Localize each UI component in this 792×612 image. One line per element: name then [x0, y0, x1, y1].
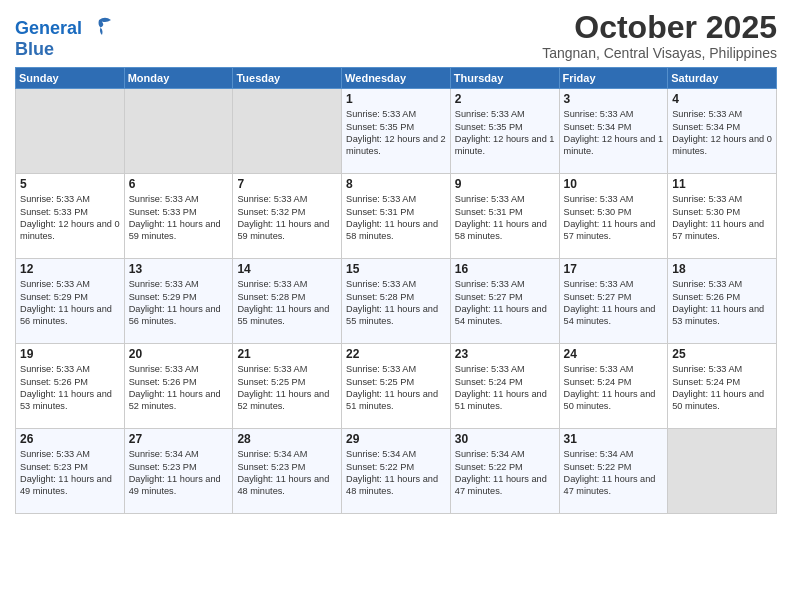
day-info: Sunrise: 5:33 AMSunset: 5:34 PMDaylight:… [564, 108, 664, 158]
day-number: 2 [455, 92, 555, 106]
weekday-header-row: SundayMondayTuesdayWednesdayThursdayFrid… [16, 68, 777, 89]
weekday-header: Monday [124, 68, 233, 89]
day-info: Sunrise: 5:33 AMSunset: 5:24 PMDaylight:… [455, 363, 555, 413]
day-number: 29 [346, 432, 446, 446]
day-info: Sunrise: 5:33 AMSunset: 5:26 PMDaylight:… [672, 278, 772, 328]
calendar-cell: 1Sunrise: 5:33 AMSunset: 5:35 PMDaylight… [342, 89, 451, 174]
day-info: Sunrise: 5:33 AMSunset: 5:26 PMDaylight:… [129, 363, 229, 413]
calendar-cell: 14Sunrise: 5:33 AMSunset: 5:28 PMDayligh… [233, 259, 342, 344]
day-info: Sunrise: 5:33 AMSunset: 5:30 PMDaylight:… [672, 193, 772, 243]
day-number: 5 [20, 177, 120, 191]
calendar-week-row: 26Sunrise: 5:33 AMSunset: 5:23 PMDayligh… [16, 429, 777, 514]
weekday-header: Sunday [16, 68, 125, 89]
logo-bird-icon [84, 14, 114, 44]
calendar-cell: 8Sunrise: 5:33 AMSunset: 5:31 PMDaylight… [342, 174, 451, 259]
day-number: 20 [129, 347, 229, 361]
calendar-cell: 31Sunrise: 5:34 AMSunset: 5:22 PMDayligh… [559, 429, 668, 514]
day-info: Sunrise: 5:33 AMSunset: 5:26 PMDaylight:… [20, 363, 120, 413]
day-info: Sunrise: 5:34 AMSunset: 5:22 PMDaylight:… [455, 448, 555, 498]
day-info: Sunrise: 5:34 AMSunset: 5:22 PMDaylight:… [564, 448, 664, 498]
calendar-cell: 5Sunrise: 5:33 AMSunset: 5:33 PMDaylight… [16, 174, 125, 259]
logo-general: General [15, 18, 82, 38]
calendar-cell: 21Sunrise: 5:33 AMSunset: 5:25 PMDayligh… [233, 344, 342, 429]
calendar-cell: 11Sunrise: 5:33 AMSunset: 5:30 PMDayligh… [668, 174, 777, 259]
day-info: Sunrise: 5:33 AMSunset: 5:25 PMDaylight:… [237, 363, 337, 413]
day-number: 22 [346, 347, 446, 361]
day-info: Sunrise: 5:33 AMSunset: 5:24 PMDaylight:… [564, 363, 664, 413]
weekday-header: Tuesday [233, 68, 342, 89]
day-info: Sunrise: 5:34 AMSunset: 5:22 PMDaylight:… [346, 448, 446, 498]
calendar-cell: 20Sunrise: 5:33 AMSunset: 5:26 PMDayligh… [124, 344, 233, 429]
day-number: 23 [455, 347, 555, 361]
calendar-cell [124, 89, 233, 174]
calendar-cell [233, 89, 342, 174]
calendar-week-row: 19Sunrise: 5:33 AMSunset: 5:26 PMDayligh… [16, 344, 777, 429]
day-number: 31 [564, 432, 664, 446]
calendar-cell: 30Sunrise: 5:34 AMSunset: 5:22 PMDayligh… [450, 429, 559, 514]
day-number: 4 [672, 92, 772, 106]
logo-text: General [15, 19, 82, 39]
calendar-cell: 29Sunrise: 5:34 AMSunset: 5:22 PMDayligh… [342, 429, 451, 514]
month-title: October 2025 [542, 10, 777, 45]
calendar-cell: 12Sunrise: 5:33 AMSunset: 5:29 PMDayligh… [16, 259, 125, 344]
day-number: 24 [564, 347, 664, 361]
day-info: Sunrise: 5:33 AMSunset: 5:32 PMDaylight:… [237, 193, 337, 243]
day-number: 3 [564, 92, 664, 106]
day-number: 1 [346, 92, 446, 106]
calendar-cell: 2Sunrise: 5:33 AMSunset: 5:35 PMDaylight… [450, 89, 559, 174]
day-number: 19 [20, 347, 120, 361]
day-info: Sunrise: 5:33 AMSunset: 5:33 PMDaylight:… [129, 193, 229, 243]
calendar-cell: 10Sunrise: 5:33 AMSunset: 5:30 PMDayligh… [559, 174, 668, 259]
day-info: Sunrise: 5:33 AMSunset: 5:28 PMDaylight:… [237, 278, 337, 328]
calendar-cell: 13Sunrise: 5:33 AMSunset: 5:29 PMDayligh… [124, 259, 233, 344]
calendar-table: SundayMondayTuesdayWednesdayThursdayFrid… [15, 67, 777, 514]
day-number: 28 [237, 432, 337, 446]
day-number: 26 [20, 432, 120, 446]
calendar-cell: 17Sunrise: 5:33 AMSunset: 5:27 PMDayligh… [559, 259, 668, 344]
calendar-cell [668, 429, 777, 514]
calendar-cell: 24Sunrise: 5:33 AMSunset: 5:24 PMDayligh… [559, 344, 668, 429]
calendar-cell: 28Sunrise: 5:34 AMSunset: 5:23 PMDayligh… [233, 429, 342, 514]
day-number: 27 [129, 432, 229, 446]
day-number: 15 [346, 262, 446, 276]
day-info: Sunrise: 5:33 AMSunset: 5:28 PMDaylight:… [346, 278, 446, 328]
day-number: 7 [237, 177, 337, 191]
calendar-cell: 19Sunrise: 5:33 AMSunset: 5:26 PMDayligh… [16, 344, 125, 429]
header: General Blue October 2025 Tangnan, Centr… [15, 10, 777, 61]
day-info: Sunrise: 5:33 AMSunset: 5:30 PMDaylight:… [564, 193, 664, 243]
day-info: Sunrise: 5:33 AMSunset: 5:25 PMDaylight:… [346, 363, 446, 413]
logo: General Blue [15, 14, 114, 60]
day-info: Sunrise: 5:33 AMSunset: 5:31 PMDaylight:… [455, 193, 555, 243]
calendar-cell: 15Sunrise: 5:33 AMSunset: 5:28 PMDayligh… [342, 259, 451, 344]
weekday-header: Friday [559, 68, 668, 89]
day-number: 11 [672, 177, 772, 191]
calendar-cell: 18Sunrise: 5:33 AMSunset: 5:26 PMDayligh… [668, 259, 777, 344]
day-info: Sunrise: 5:33 AMSunset: 5:29 PMDaylight:… [20, 278, 120, 328]
day-info: Sunrise: 5:34 AMSunset: 5:23 PMDaylight:… [129, 448, 229, 498]
day-number: 16 [455, 262, 555, 276]
calendar-cell: 22Sunrise: 5:33 AMSunset: 5:25 PMDayligh… [342, 344, 451, 429]
day-info: Sunrise: 5:33 AMSunset: 5:34 PMDaylight:… [672, 108, 772, 158]
day-number: 14 [237, 262, 337, 276]
day-info: Sunrise: 5:33 AMSunset: 5:23 PMDaylight:… [20, 448, 120, 498]
day-info: Sunrise: 5:34 AMSunset: 5:23 PMDaylight:… [237, 448, 337, 498]
calendar-cell: 7Sunrise: 5:33 AMSunset: 5:32 PMDaylight… [233, 174, 342, 259]
day-number: 17 [564, 262, 664, 276]
calendar-week-row: 1Sunrise: 5:33 AMSunset: 5:35 PMDaylight… [16, 89, 777, 174]
day-info: Sunrise: 5:33 AMSunset: 5:27 PMDaylight:… [455, 278, 555, 328]
calendar-cell: 9Sunrise: 5:33 AMSunset: 5:31 PMDaylight… [450, 174, 559, 259]
day-number: 21 [237, 347, 337, 361]
day-number: 18 [672, 262, 772, 276]
day-info: Sunrise: 5:33 AMSunset: 5:35 PMDaylight:… [346, 108, 446, 158]
weekday-header: Thursday [450, 68, 559, 89]
calendar-cell: 27Sunrise: 5:34 AMSunset: 5:23 PMDayligh… [124, 429, 233, 514]
calendar-cell: 26Sunrise: 5:33 AMSunset: 5:23 PMDayligh… [16, 429, 125, 514]
day-info: Sunrise: 5:33 AMSunset: 5:33 PMDaylight:… [20, 193, 120, 243]
day-number: 13 [129, 262, 229, 276]
calendar-cell: 3Sunrise: 5:33 AMSunset: 5:34 PMDaylight… [559, 89, 668, 174]
calendar-cell: 4Sunrise: 5:33 AMSunset: 5:34 PMDaylight… [668, 89, 777, 174]
day-number: 10 [564, 177, 664, 191]
calendar-week-row: 12Sunrise: 5:33 AMSunset: 5:29 PMDayligh… [16, 259, 777, 344]
day-info: Sunrise: 5:33 AMSunset: 5:35 PMDaylight:… [455, 108, 555, 158]
day-number: 9 [455, 177, 555, 191]
